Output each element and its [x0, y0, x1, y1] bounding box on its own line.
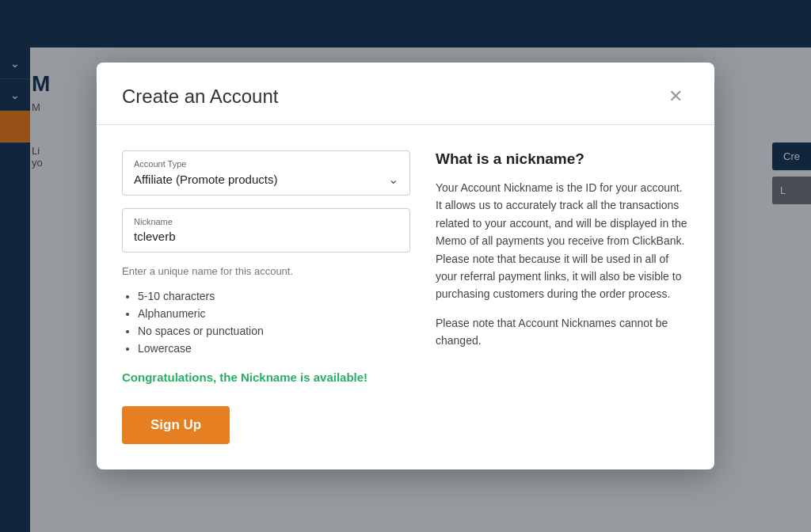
nickname-group: Nickname: [122, 208, 410, 253]
rule-item-2: Alphanumeric: [138, 307, 410, 320]
rule-item-4: Lowercase: [138, 342, 410, 355]
nickname-label: Nickname: [134, 217, 398, 226]
modal-body: Account Type Affiliate (Promote products…: [97, 125, 714, 469]
create-account-modal: Create an Account ✕ Account Type Affilia…: [97, 63, 714, 469]
account-type-inner: Affiliate (Promote products) ⌄: [134, 172, 398, 187]
account-type-group: Account Type Affiliate (Promote products…: [122, 150, 410, 196]
modal-header: Create an Account ✕: [97, 63, 714, 125]
sign-up-button[interactable]: Sign Up: [122, 406, 230, 444]
modal-title: Create an Account: [122, 86, 278, 108]
right-panel-title: What is a nickname?: [436, 150, 689, 168]
modal-right-panel: What is a nickname? Your Account Nicknam…: [436, 150, 689, 444]
account-type-label: Account Type: [134, 159, 398, 169]
rule-item-1: 5-10 characters: [138, 290, 410, 302]
rule-item-3: No spaces or punctuation: [138, 325, 410, 337]
nickname-input[interactable]: [134, 230, 398, 243]
right-panel-body: Your Account Nickname is the ID for your…: [436, 179, 689, 350]
chevron-down-icon[interactable]: ⌄: [388, 172, 398, 187]
account-type-field[interactable]: Account Type Affiliate (Promote products…: [122, 150, 410, 196]
rules-list: 5-10 characters Alphanumeric No spaces o…: [122, 290, 410, 355]
close-button[interactable]: ✕: [662, 85, 689, 108]
nickname-hint: Enter a unique name for this account.: [122, 265, 410, 277]
nickname-field: Nickname: [122, 208, 410, 253]
right-panel-paragraph-2: Please note that Account Nicknames canno…: [436, 314, 689, 350]
account-type-value: Affiliate (Promote products): [134, 173, 277, 186]
success-message: Congratulations, the Nickname is availab…: [122, 370, 410, 384]
right-panel-paragraph-1: Your Account Nickname is the ID for your…: [436, 179, 689, 303]
modal-left-panel: Account Type Affiliate (Promote products…: [122, 150, 410, 444]
modal-backdrop: Create an Account ✕ Account Type Affilia…: [0, 0, 811, 532]
